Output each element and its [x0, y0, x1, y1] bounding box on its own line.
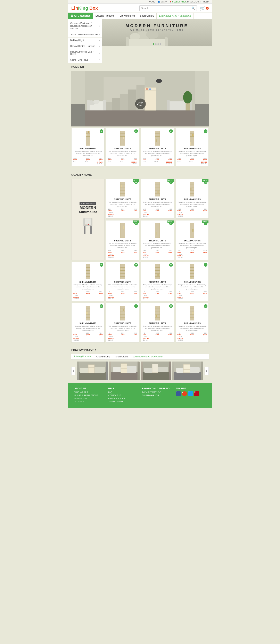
user-icon: 👤 [158, 0, 160, 3]
nav-existing-products[interactable]: Existing Products [93, 13, 117, 19]
home-link[interactable]: HOME [149, 0, 155, 3]
twitter-button[interactable]: 𝕏 [188, 391, 193, 396]
footer-payment-method[interactable]: PAYMENT METHOD [142, 391, 172, 394]
quality-desc-n3: This piece of furniture is full of since… [177, 201, 207, 208]
quality-product-r4-2[interactable]: 9 SHELVING UNITS This piece of furniture… [106, 303, 140, 343]
product-card-2[interactable]: 15 SHELVING UNITS This piece of furnitur… [106, 128, 140, 166]
quality-r3-badge-2: 15 [134, 263, 138, 267]
svg-rect-70 [85, 224, 88, 224]
heart-button[interactable]: ♥ [182, 391, 187, 396]
quality-product-new-3[interactable]: NEW 14 SHELVING UNITS This piece of furn… [176, 179, 209, 219]
header: LinKing Box 🔍 🛒 0 [68, 4, 212, 13]
footer-contact[interactable]: CONTACT US [108, 394, 138, 396]
quality-shelf-svg-1 [120, 182, 126, 196]
sidebar-item-consumer-label: Consumer Electronics / Household Applian… [70, 22, 99, 30]
quality-r3-shelf-1: Shelf$305.00$194.00 [73, 295, 103, 300]
all-categories-label: All Categories [74, 14, 91, 17]
preview-nav-existing[interactable]: Existing Products [71, 354, 94, 359]
svg-rect-78 [155, 185, 160, 185]
sidebar-arrow-textile: › [99, 34, 100, 36]
footer-faq[interactable]: FAQ [108, 391, 138, 394]
quality-r4-shelf-4: Shelf$305.00$190.00 [177, 336, 207, 341]
sidebar-item-beauty[interactable]: Beauty & Personal Care / Health › [68, 49, 102, 57]
sidebar-item-home-garden-label: Home & Garden / Furniture [70, 45, 95, 47]
quality-product-new-6[interactable]: NEW 11 SHELVING UNITS This piece of furn… [176, 220, 209, 260]
quality-product-r4-1[interactable]: 12 SHELVING UNITS This piece of furnitur… [71, 303, 105, 343]
product-card-4[interactable]: 15 SHELVING UNITS This piece of furnitur… [176, 128, 209, 166]
room-staircase-svg: 360° [71, 71, 209, 126]
sidebar-arrow-home-garden: › [99, 45, 100, 47]
quality-name-n1: SHELVING UNITS [108, 198, 138, 200]
quality-product-r4-3[interactable]: 13 SHELVING UNITS This piece of furnitur… [141, 303, 174, 343]
badge-3: 12 [169, 129, 173, 133]
quality-product-new-5[interactable]: NEW 8 SHELVING UNITS This piece of furni… [141, 220, 174, 260]
help-link[interactable]: HELP [203, 0, 209, 3]
quality-product-r3-2[interactable]: 15 SHELVING UNITS This piece of furnitur… [106, 262, 140, 301]
quality-desc-n5: This piece of furniture is full of since… [143, 242, 172, 249]
product-img-1 [73, 130, 103, 146]
pinterest-button[interactable]: P [194, 391, 199, 396]
quality-prices-n2: 1000$200 2000$200 4000$200 [143, 208, 172, 212]
sidebar-item-home-garden[interactable]: Home & Garden / Furniture › [68, 43, 102, 49]
preview-thumb-2[interactable] [109, 362, 140, 380]
sidebar-item-building[interactable]: Building / Light › [68, 38, 102, 43]
svg-rect-147 [156, 315, 157, 318]
quality-r3-prices-2: 0$200 2000$200 4000$200 [108, 291, 138, 294]
preview-thumb-1[interactable] [77, 362, 108, 380]
preview-nav-experience[interactable]: Experience Area (Panorama) [131, 354, 165, 359]
all-categories-button[interactable]: ☰ All Categories [68, 13, 93, 19]
sidebar-item-sports[interactable]: Sports / Gifts / Toys › [68, 57, 102, 63]
next-arrow[interactable]: › [205, 367, 209, 375]
nav-share-orders[interactable]: ShareOrders [137, 13, 157, 19]
nav-experience-area[interactable]: Experience Area (Panorama) [157, 13, 193, 19]
user-link[interactable]: Makoy [161, 0, 167, 3]
preview-nav-crowdfunding[interactable]: Crowdfunding [94, 354, 113, 359]
svg-rect-129 [190, 276, 192, 279]
preview-thumb-3[interactable] [140, 362, 171, 380]
quality-product-new-4[interactable]: NEW 10 SHELVING UNITS This piece of furn… [106, 220, 140, 260]
nav-crowdfunding[interactable]: Crowdfunding [117, 13, 137, 19]
quality-product-r3-3[interactable]: 10 SHELVING UNITS This piece of furnitur… [141, 262, 174, 301]
quality-product-r3-1[interactable]: 10 SHELVING UNITS This piece of furnitur… [71, 262, 105, 301]
sidebar-item-textile[interactable]: Textile / Watches / Accessories › [68, 32, 102, 38]
quality-product-img-n5 [143, 222, 172, 238]
svg-rect-128 [190, 276, 194, 276]
social-icons: f ♥ 𝕏 P [176, 391, 206, 397]
quality-row-4: 12 SHELVING UNITS This piece of furnitur… [71, 303, 209, 343]
footer-who-we-are[interactable]: WHO WE ARE [74, 391, 104, 394]
footer-rules[interactable]: RULES & REGULATIONS [74, 394, 104, 396]
quality-product-new-2[interactable]: NEW 9 SHELVING UNITS This piece of furni… [141, 179, 174, 219]
quality-product-r4-4[interactable]: 14 SHELVING UNITS This piece of furnitur… [176, 303, 209, 343]
preview-thumbnails [77, 362, 203, 380]
svg-rect-76 [121, 185, 122, 188]
product-card-1[interactable]: 10 SHELVING UNITS This piece of furnitur… [71, 128, 105, 166]
svg-rect-9 [112, 98, 120, 110]
search-input[interactable] [140, 6, 190, 11]
product-desc-4: This piece of furniture is full of since… [177, 150, 207, 157]
svg-rect-95 [155, 223, 160, 238]
quality-product-r3-4[interactable]: 15 SHELVING UNITS This piece of furnitur… [176, 262, 209, 301]
select-area[interactable]: 📍 SELECT AREA MIDDLE EAST [169, 0, 201, 3]
svg-rect-175 [152, 364, 158, 372]
quality-r4-shelf-3: Shelf$305.00$194.50 [143, 336, 172, 341]
footer-terms[interactable]: TERMS OF USE [108, 400, 138, 403]
logo-lin: Lin [71, 6, 78, 11]
preview-thumb-4[interactable] [172, 362, 203, 380]
svg-rect-137 [120, 308, 125, 309]
prev-arrow[interactable]: ‹ [71, 367, 75, 375]
footer-shipping-guide[interactable]: SHIPPING GUIDE [142, 394, 172, 396]
quality-product-new-1[interactable]: NEW 12 SHELVING UNITS This piece of furn… [106, 179, 140, 219]
footer-evaluation[interactable]: EVALUATION [74, 398, 104, 400]
quality-r3-img-4 [177, 264, 207, 280]
footer-site-map[interactable]: SITE MAP [74, 400, 104, 403]
cart-area[interactable]: 🛒 0 [200, 6, 209, 11]
product-card-3[interactable]: 12 SHELVING UNITS This piece of furnitur… [141, 128, 174, 166]
main-layout: Consumer Electronics / Household Applian… [68, 19, 212, 63]
search-button[interactable]: 🔍 [190, 6, 197, 11]
quality-r4-shelf-2: Shelf$305.00$194.50 [108, 336, 138, 341]
preview-nav-share-orders[interactable]: ShareOrders [113, 354, 131, 359]
footer-privacy[interactable]: PRIVACY POLICY [108, 398, 138, 400]
sidebar-item-consumer[interactable]: Consumer Electronics / Household Applian… [68, 20, 102, 32]
facebook-button[interactable]: f [176, 391, 181, 396]
product-img-4 [177, 130, 207, 146]
